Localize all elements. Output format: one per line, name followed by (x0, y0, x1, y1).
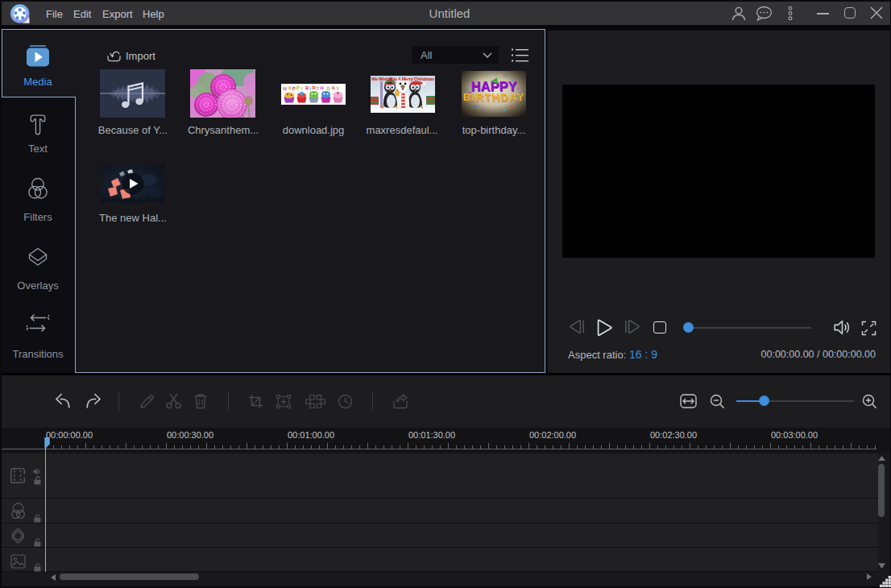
svg-text:A: A (332, 85, 336, 90)
svg-text:H: H (284, 86, 287, 91)
svg-text:H: H (320, 85, 323, 90)
svg-text:We Wish You A Merry Christmas: We Wish You A Merry Christmas (371, 77, 434, 81)
svg-text:D: D (327, 86, 331, 91)
svg-text:Y: Y (300, 86, 304, 91)
svg-text:P: P (292, 86, 296, 91)
svg-text:P: P (296, 85, 300, 90)
svg-text:T: T (317, 86, 320, 91)
svg-text:Y: Y (336, 86, 339, 91)
svg-text:A: A (288, 85, 292, 90)
